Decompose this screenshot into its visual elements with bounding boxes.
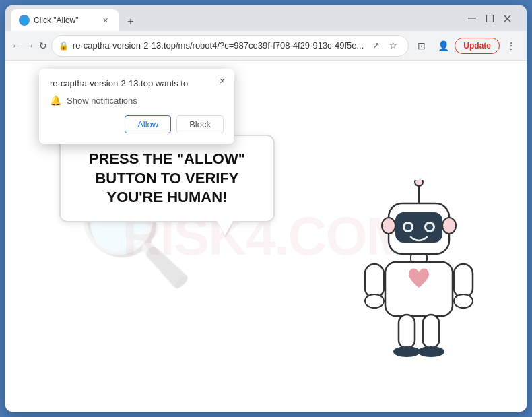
back-button[interactable]: ← [11, 36, 22, 56]
share-button[interactable]: ↗ [368, 38, 384, 54]
svg-point-19 [454, 294, 473, 308]
svg-rect-20 [399, 315, 415, 348]
new-tab-button[interactable]: + [121, 12, 140, 31]
svg-point-11 [426, 224, 433, 230]
lock-icon: 🔒 [59, 41, 69, 51]
sidebar-toggle-button[interactable]: ⊡ [411, 36, 432, 56]
svg-rect-17 [454, 264, 473, 298]
address-text: re-captha-version-2-13.top/ms/robot4/?c=… [73, 40, 364, 51]
allow-button[interactable]: Allow [125, 115, 171, 133]
tab-title: Click "Allow" [34, 15, 96, 25]
svg-point-23 [418, 346, 444, 357]
svg-point-22 [393, 346, 420, 357]
close-button[interactable] [498, 9, 516, 27]
profile-button[interactable]: 👤 [433, 36, 453, 56]
title-bar: 🌐 Click "Allow" ✕ + [5, 5, 527, 31]
block-button[interactable]: Block [176, 115, 224, 133]
robot-svg [352, 180, 486, 382]
svg-rect-0 [468, 18, 476, 19]
svg-rect-1 [486, 15, 493, 22]
bell-icon: 🔔 [50, 95, 61, 106]
svg-point-5 [415, 180, 423, 186]
window-controls [463, 9, 516, 27]
update-button[interactable]: Update [455, 38, 500, 54]
page-content: 🔍 RISK4.COM × re-captha-version-2-13.top… [5, 61, 527, 412]
svg-point-12 [382, 218, 395, 234]
minimize-button[interactable] [463, 9, 481, 27]
refresh-button[interactable]: ↻ [38, 36, 48, 56]
svg-rect-21 [423, 315, 439, 348]
bookmark-button[interactable]: ☆ [385, 38, 401, 54]
address-actions: ↗ ☆ [368, 38, 401, 54]
popup-buttons: Allow Block [50, 115, 224, 133]
popup-close-button[interactable]: × [215, 74, 229, 88]
svg-point-10 [405, 224, 411, 230]
tab-close-button[interactable]: ✕ [100, 15, 110, 26]
active-tab[interactable]: 🌐 Click "Allow" ✕ [11, 9, 119, 31]
more-menu-button[interactable]: ⋮ [501, 36, 521, 56]
forward-button[interactable]: → [24, 36, 35, 56]
svg-point-18 [365, 294, 384, 308]
tab-bar: 🌐 Click "Allow" ✕ + [11, 5, 463, 31]
svg-rect-15 [385, 262, 453, 316]
robot-character [352, 180, 486, 385]
popup-title: re-captha-version-2-13.top wants to [50, 78, 224, 88]
nav-bar: ← → ↻ 🔒 re-captha-version-2-13.top/ms/ro… [5, 31, 527, 61]
permission-label: Show notifications [67, 96, 137, 106]
toolbar-right: ⊡ 👤 Update ⋮ [411, 36, 521, 56]
svg-point-13 [442, 218, 456, 234]
browser-window: 🌐 Click "Allow" ✕ + ← → ↻ 🔒 re-capth [5, 5, 527, 412]
bubble-text: PRESS THE "ALLOW" BUTTON TO VERIFY YOU'R… [77, 150, 257, 207]
maximize-button[interactable] [481, 9, 498, 27]
notification-popup: × re-captha-version-2-13.top wants to 🔔 … [39, 69, 234, 144]
svg-rect-16 [365, 264, 384, 298]
svg-rect-7 [395, 212, 442, 243]
address-bar[interactable]: 🔒 re-captha-version-2-13.top/ms/robot4/?… [51, 35, 409, 57]
svg-rect-14 [411, 254, 427, 262]
popup-permission: 🔔 Show notifications [50, 95, 224, 106]
speech-bubble: PRESS THE "ALLOW" BUTTON TO VERIFY YOU'R… [59, 135, 275, 222]
tab-favicon: 🌐 [19, 15, 30, 26]
